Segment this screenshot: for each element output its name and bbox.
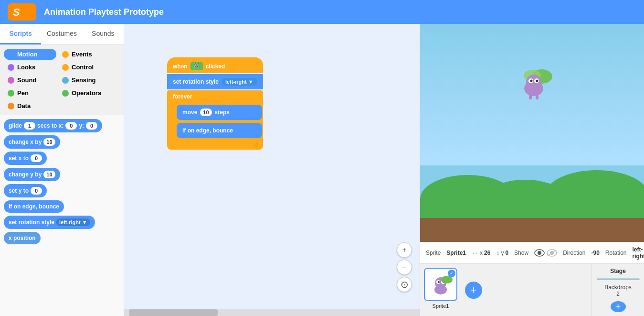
zoom-in-button[interactable]: + — [397, 242, 412, 258]
block-change-x[interactable]: change x by 10 — [4, 135, 60, 149]
forever-arrow: ↺ — [253, 141, 259, 149]
svg-rect-25 — [597, 279, 640, 280]
scratch-logo[interactable]: S — [8, 3, 36, 21]
stage-area — [420, 24, 644, 242]
script-set-rotation[interactable]: set rotation style left-right ▼ — [167, 74, 263, 89]
stage-label: Stage — [610, 268, 626, 274]
block-bounce[interactable]: if on edge, bounce — [4, 200, 64, 213]
svg-point-6 — [526, 75, 541, 90]
svg-line-17 — [548, 250, 556, 256]
app-title: Animation Playtest Prototype — [44, 7, 164, 17]
x-coord: ↔ x 26 — [472, 249, 490, 257]
sprite-name: Sprite1 — [433, 303, 449, 309]
eye-visible-icon[interactable] — [534, 249, 545, 257]
block-change-y[interactable]: change y by 10 — [4, 168, 60, 181]
svg-point-22 — [438, 281, 440, 283]
canvas-scrollbar[interactable] — [124, 309, 420, 316]
zoom-reset-button[interactable]: ⊙ — [397, 277, 412, 292]
left-panel: Scripts Costumes Sounds Motion Events Lo… — [0, 24, 124, 316]
tab-sounds[interactable]: Sounds — [83, 24, 124, 44]
block-glide[interactable]: glide 1 secs to x: 0 y: 0 — [4, 119, 102, 132]
header: S Animation Playtest Prototype — [0, 0, 644, 24]
hat-block[interactable]: when 🏁 clicked — [167, 57, 263, 73]
looks-dot — [8, 64, 14, 71]
sprite-list: ✓ Sprite1 + — [420, 264, 591, 316]
sprite-list-area: ✓ Sprite1 + Stage Backdrops — [420, 263, 644, 316]
eye-hidden-icon[interactable] — [547, 249, 557, 257]
svg-point-9 — [530, 80, 533, 82]
category-operators[interactable]: Operators — [58, 87, 111, 98]
right-panel: Sprite Sprite1 ↔ x 26 ↕ y 0 Show — [420, 24, 644, 316]
stage-thumbnail[interactable] — [597, 278, 640, 280]
backdrop-count: Backdrops 2 — [604, 284, 632, 297]
zoom-controls: + − ⊙ — [397, 242, 412, 292]
scene — [420, 24, 644, 242]
category-pen[interactable]: Pen — [4, 87, 56, 98]
category-control[interactable]: Control — [58, 62, 111, 73]
sprite-badge: ✓ — [448, 270, 455, 277]
sprite-label: Sprite — [426, 250, 441, 256]
add-sprite-button[interactable]: + — [465, 282, 482, 299]
show-icons — [534, 249, 557, 257]
sprite-item-sprite1[interactable]: ✓ Sprite1 — [424, 268, 457, 312]
svg-point-10 — [536, 80, 538, 82]
sensing-dot — [62, 77, 69, 84]
tab-scripts[interactable]: Scripts — [0, 24, 41, 44]
svg-rect-12 — [536, 95, 538, 99]
y-coord: ↕ y 0 — [496, 249, 508, 257]
canvas-area: when 🏁 clicked set rotation style left-r… — [124, 24, 420, 316]
tabs: Scripts Costumes Sounds — [0, 24, 124, 45]
flag-symbol: 🏁 — [190, 62, 203, 70]
category-sound[interactable]: Sound — [4, 75, 56, 86]
script-container: when 🏁 clicked set rotation style left-r… — [167, 57, 263, 150]
data-dot — [8, 103, 14, 109]
block-set-x[interactable]: set x to 0 — [4, 152, 47, 165]
category-sensing[interactable]: Sensing — [58, 75, 111, 86]
forever-block[interactable]: forever move 10 steps if on edge, bounce — [167, 90, 263, 150]
svg-point-19 — [434, 285, 447, 294]
block-x-position[interactable]: x position — [4, 232, 41, 244]
main: Scripts Costumes Sounds Motion Events Lo… — [0, 24, 644, 316]
hill-3 — [544, 170, 644, 223]
show-label: Show — [514, 250, 528, 256]
categories: Motion Events Looks Control Sound Sensin… — [0, 45, 124, 115]
direction-label: Direction — [563, 250, 585, 256]
category-data[interactable]: Data — [4, 100, 56, 111]
dirt — [420, 218, 644, 242]
add-backdrop-button[interactable]: + — [611, 301, 626, 312]
blocks-workspace: when 🏁 clicked set rotation style left-r… — [124, 24, 420, 263]
sprite-thumbnail: ✓ — [424, 268, 457, 301]
svg-text:S: S — [13, 6, 20, 18]
block-rotation-style[interactable]: set rotation style left-right ▼ — [4, 216, 95, 229]
rotation-dropdown[interactable]: left-right ▼ — [633, 246, 644, 260]
sprite-info: Sprite Sprite1 ↔ x 26 ↕ y 0 Show — [420, 242, 644, 263]
motion-dot — [8, 51, 14, 58]
sprite — [516, 67, 554, 100]
rotation-label: Rotation — [605, 250, 627, 256]
block-set-y[interactable]: set y to 0 — [4, 184, 47, 197]
category-events[interactable]: Events — [58, 49, 111, 60]
category-looks[interactable]: Looks — [4, 62, 56, 73]
svg-rect-11 — [529, 95, 532, 99]
zoom-out-button[interactable]: − — [397, 260, 412, 275]
script-move[interactable]: move 10 steps — [177, 105, 262, 120]
stage-sidebar: Stage Backdrops 2 + — [591, 264, 644, 316]
tab-costumes[interactable]: Costumes — [41, 24, 82, 44]
pen-dot — [8, 90, 14, 97]
sound-dot — [8, 77, 14, 84]
events-dot — [62, 51, 69, 58]
blocks-panel: glide 1 secs to x: 0 y: 0 change x by 10… — [0, 115, 124, 316]
sprite-name-value: Sprite1 — [446, 250, 466, 256]
control-dot — [62, 64, 69, 71]
category-motion[interactable]: Motion — [4, 49, 56, 60]
svg-point-14 — [538, 251, 541, 255]
script-bounce[interactable]: if on edge, bounce — [177, 123, 262, 138]
direction-value: -90 — [591, 250, 599, 256]
operators-dot — [62, 90, 69, 97]
canvas-scroll[interactable]: when 🏁 clicked set rotation style left-r… — [124, 24, 420, 302]
